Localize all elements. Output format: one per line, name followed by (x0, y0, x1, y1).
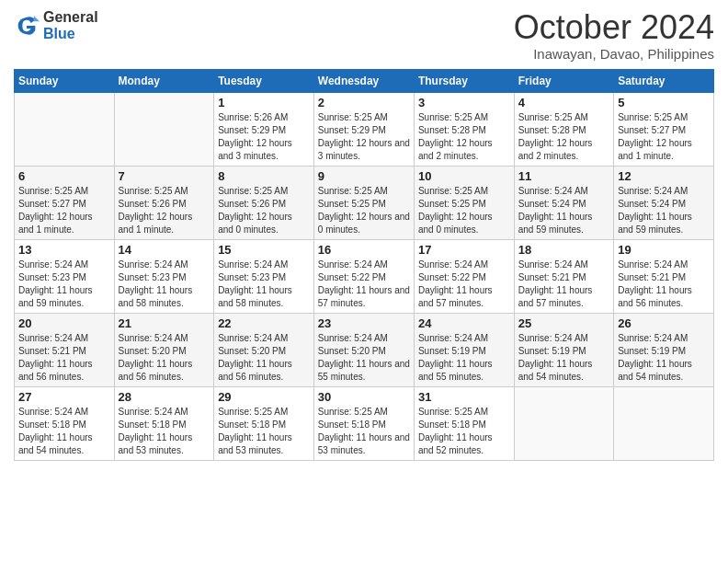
logo-icon (14, 13, 40, 39)
day-cell: 11Sunrise: 5:24 AMSunset: 5:24 PMDayligh… (514, 166, 613, 239)
week-row-5: 27Sunrise: 5:24 AMSunset: 5:18 PMDayligh… (15, 386, 714, 460)
day-number: 19 (618, 243, 710, 257)
day-info: Sunrise: 5:25 AMSunset: 5:29 PMDaylight:… (318, 111, 410, 163)
day-cell: 3Sunrise: 5:25 AMSunset: 5:28 PMDaylight… (414, 92, 514, 166)
day-number: 17 (418, 243, 510, 257)
day-info: Sunrise: 5:24 AMSunset: 5:21 PMDaylight:… (618, 259, 710, 310)
day-number: 31 (418, 390, 510, 404)
day-info: Sunrise: 5:24 AMSunset: 5:23 PMDaylight:… (218, 259, 310, 310)
day-cell: 15Sunrise: 5:24 AMSunset: 5:23 PMDayligh… (214, 239, 314, 313)
header-cell-wednesday: Wednesday (313, 69, 414, 92)
page-header: General Blue October 2024 Inawayan, Dava… (14, 9, 714, 62)
svg-marker-1 (34, 16, 40, 21)
header-cell-sunday: Sunday (15, 69, 115, 92)
day-number: 9 (318, 169, 410, 183)
day-cell (15, 92, 115, 166)
header-cell-friday: Friday (514, 69, 613, 92)
day-number: 26 (618, 316, 710, 330)
day-cell: 7Sunrise: 5:25 AMSunset: 5:26 PMDaylight… (114, 166, 214, 239)
day-cell: 9Sunrise: 5:25 AMSunset: 5:25 PMDaylight… (313, 166, 414, 239)
day-number: 5 (618, 96, 710, 109)
day-number: 8 (218, 169, 310, 183)
day-info: Sunrise: 5:24 AMSunset: 5:19 PMDaylight:… (518, 332, 609, 384)
day-cell: 23Sunrise: 5:24 AMSunset: 5:20 PMDayligh… (313, 313, 414, 386)
day-number: 22 (218, 316, 310, 330)
day-number: 10 (418, 169, 510, 183)
day-cell: 27Sunrise: 5:24 AMSunset: 5:18 PMDayligh… (15, 386, 115, 460)
day-number: 18 (518, 243, 609, 257)
calendar-header: SundayMondayTuesdayWednesdayThursdayFrid… (15, 69, 714, 92)
day-number: 12 (618, 169, 710, 183)
day-info: Sunrise: 5:25 AMSunset: 5:28 PMDaylight:… (518, 111, 609, 163)
day-info: Sunrise: 5:26 AMSunset: 5:29 PMDaylight:… (218, 111, 310, 163)
day-info: Sunrise: 5:24 AMSunset: 5:20 PMDaylight:… (119, 332, 210, 384)
day-number: 27 (18, 390, 110, 404)
day-number: 13 (18, 243, 110, 257)
day-info: Sunrise: 5:25 AMSunset: 5:27 PMDaylight:… (618, 111, 710, 163)
day-number: 3 (418, 96, 510, 109)
week-row-1: 1Sunrise: 5:26 AMSunset: 5:29 PMDaylight… (15, 92, 714, 166)
week-row-2: 6Sunrise: 5:25 AMSunset: 5:27 PMDaylight… (15, 166, 714, 239)
day-cell: 4Sunrise: 5:25 AMSunset: 5:28 PMDaylight… (514, 92, 613, 166)
day-info: Sunrise: 5:24 AMSunset: 5:20 PMDaylight:… (318, 332, 410, 384)
day-number: 28 (119, 390, 210, 404)
day-number: 11 (518, 169, 609, 183)
day-number: 24 (418, 316, 510, 330)
day-info: Sunrise: 5:25 AMSunset: 5:18 PMDaylight:… (418, 406, 510, 457)
header-row: SundayMondayTuesdayWednesdayThursdayFrid… (15, 69, 714, 92)
header-cell-tuesday: Tuesday (214, 69, 314, 92)
day-info: Sunrise: 5:25 AMSunset: 5:26 PMDaylight:… (218, 185, 310, 236)
day-cell: 24Sunrise: 5:24 AMSunset: 5:19 PMDayligh… (414, 313, 514, 386)
header-cell-saturday: Saturday (614, 69, 714, 92)
day-number: 4 (518, 96, 609, 109)
day-info: Sunrise: 5:24 AMSunset: 5:18 PMDaylight:… (119, 406, 210, 457)
day-info: Sunrise: 5:25 AMSunset: 5:28 PMDaylight:… (418, 111, 510, 163)
day-number: 20 (18, 316, 110, 330)
day-number: 2 (318, 96, 410, 109)
logo: General Blue (14, 9, 98, 41)
day-info: Sunrise: 5:24 AMSunset: 5:18 PMDaylight:… (18, 406, 110, 457)
day-cell: 20Sunrise: 5:24 AMSunset: 5:21 PMDayligh… (15, 313, 115, 386)
day-number: 25 (518, 316, 609, 330)
day-number: 29 (218, 390, 310, 404)
day-info: Sunrise: 5:25 AMSunset: 5:26 PMDaylight:… (119, 185, 210, 236)
day-cell: 16Sunrise: 5:24 AMSunset: 5:22 PMDayligh… (313, 239, 414, 313)
day-number: 16 (318, 243, 410, 257)
day-info: Sunrise: 5:24 AMSunset: 5:19 PMDaylight:… (418, 332, 510, 384)
day-cell: 25Sunrise: 5:24 AMSunset: 5:19 PMDayligh… (514, 313, 613, 386)
day-cell: 17Sunrise: 5:24 AMSunset: 5:22 PMDayligh… (414, 239, 514, 313)
day-info: Sunrise: 5:24 AMSunset: 5:20 PMDaylight:… (218, 332, 310, 384)
day-cell: 30Sunrise: 5:25 AMSunset: 5:18 PMDayligh… (313, 386, 414, 460)
day-number: 6 (18, 169, 110, 183)
day-info: Sunrise: 5:25 AMSunset: 5:25 PMDaylight:… (318, 185, 410, 236)
day-cell: 12Sunrise: 5:24 AMSunset: 5:24 PMDayligh… (614, 166, 714, 239)
day-cell: 5Sunrise: 5:25 AMSunset: 5:27 PMDaylight… (614, 92, 714, 166)
title-area: October 2024 Inawayan, Davao, Philippine… (514, 9, 714, 62)
day-info: Sunrise: 5:25 AMSunset: 5:18 PMDaylight:… (218, 406, 310, 457)
day-info: Sunrise: 5:24 AMSunset: 5:24 PMDaylight:… (618, 185, 710, 236)
week-row-4: 20Sunrise: 5:24 AMSunset: 5:21 PMDayligh… (15, 313, 714, 386)
day-info: Sunrise: 5:25 AMSunset: 5:25 PMDaylight:… (418, 185, 510, 236)
day-cell: 14Sunrise: 5:24 AMSunset: 5:23 PMDayligh… (114, 239, 214, 313)
day-info: Sunrise: 5:25 AMSunset: 5:27 PMDaylight:… (18, 185, 110, 236)
day-number: 7 (119, 169, 210, 183)
day-cell: 26Sunrise: 5:24 AMSunset: 5:19 PMDayligh… (614, 313, 714, 386)
day-info: Sunrise: 5:24 AMSunset: 5:22 PMDaylight:… (418, 259, 510, 310)
week-row-3: 13Sunrise: 5:24 AMSunset: 5:23 PMDayligh… (15, 239, 714, 313)
calendar-table: SundayMondayTuesdayWednesdayThursdayFrid… (14, 69, 714, 461)
header-cell-monday: Monday (114, 69, 214, 92)
day-cell: 1Sunrise: 5:26 AMSunset: 5:29 PMDaylight… (214, 92, 314, 166)
day-number: 15 (218, 243, 310, 257)
day-cell: 2Sunrise: 5:25 AMSunset: 5:29 PMDaylight… (313, 92, 414, 166)
day-cell: 10Sunrise: 5:25 AMSunset: 5:25 PMDayligh… (414, 166, 514, 239)
logo-text: General Blue (43, 9, 98, 41)
day-cell: 6Sunrise: 5:25 AMSunset: 5:27 PMDaylight… (15, 166, 115, 239)
day-cell: 22Sunrise: 5:24 AMSunset: 5:20 PMDayligh… (214, 313, 314, 386)
day-info: Sunrise: 5:24 AMSunset: 5:23 PMDaylight:… (119, 259, 210, 310)
header-cell-thursday: Thursday (414, 69, 514, 92)
day-info: Sunrise: 5:24 AMSunset: 5:19 PMDaylight:… (618, 332, 710, 384)
day-number: 14 (119, 243, 210, 257)
day-cell: 8Sunrise: 5:25 AMSunset: 5:26 PMDaylight… (214, 166, 314, 239)
day-info: Sunrise: 5:24 AMSunset: 5:22 PMDaylight:… (318, 259, 410, 310)
day-cell: 18Sunrise: 5:24 AMSunset: 5:21 PMDayligh… (514, 239, 613, 313)
